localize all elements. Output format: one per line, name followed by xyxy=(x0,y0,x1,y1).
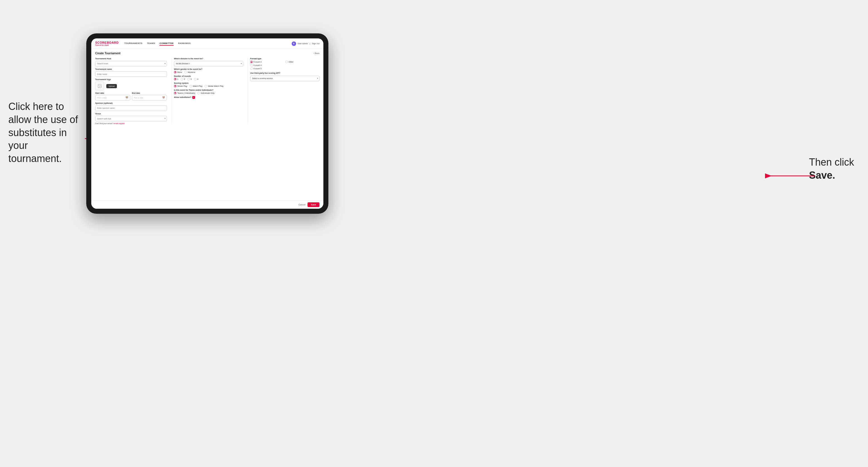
event-type-section: Is this event for Teams and/or Individua… xyxy=(174,89,243,94)
format-6count5[interactable]: 6 count 5 xyxy=(250,67,284,70)
nav-teams[interactable]: TEAMS xyxy=(147,41,155,45)
rounds-label: Number of rounds xyxy=(174,75,243,77)
round-3[interactable]: 3 xyxy=(187,78,192,81)
round-1-label: 1 xyxy=(177,78,178,80)
logo-accent: BOARD xyxy=(107,41,119,44)
end-date-input[interactable]: Pick a date 📅 xyxy=(132,95,167,100)
gender-label: Which gender is the event for? xyxy=(174,68,243,70)
start-date-section: Start date Pick a date 📅 xyxy=(95,92,130,100)
round-1-dot xyxy=(174,78,177,81)
scoring-match-label: Match Play xyxy=(193,85,203,87)
gender-womens[interactable]: Womens xyxy=(184,71,195,73)
image-icon xyxy=(97,84,102,88)
tablet-device: SCOREBOARD Powered by clippd TOURNAMENTS… xyxy=(86,33,329,214)
back-link[interactable]: Back xyxy=(314,52,319,55)
venue-help-text: Can't find your venue? xyxy=(95,122,113,124)
calendar-icon-start: 📅 xyxy=(125,97,128,99)
calendar-icon-end: 📅 xyxy=(162,97,165,99)
gender-radio-group: Mens Womens xyxy=(174,71,243,73)
venue-input[interactable] xyxy=(95,116,167,121)
cancel-button[interactable]: Cancel xyxy=(298,204,305,206)
event-individuals-label: Individuals Only xyxy=(200,92,214,94)
division-label: Which division is the event for? xyxy=(174,58,243,60)
navigation-bar: SCOREBOARD Powered by clippd TOURNAMENTS… xyxy=(91,38,323,49)
division-wrapper: NCAA Division I xyxy=(174,60,243,66)
event-teams[interactable]: Teams (+Individuals) xyxy=(174,92,195,94)
format-6count5-dot xyxy=(250,67,253,70)
gender-mens[interactable]: Mens xyxy=(174,71,182,73)
nav-tournaments[interactable]: TOURNAMENTS xyxy=(124,41,142,45)
round-2-label: 2 xyxy=(184,78,185,80)
scoring-api-select[interactable]: Select a scoring service xyxy=(250,76,319,81)
round-2[interactable]: 2 xyxy=(181,78,185,81)
round-1[interactable]: 1 xyxy=(174,78,178,81)
substitutes-label: Allow substitutes? xyxy=(174,96,191,98)
format-type-section: Format type 5 count 4 Other xyxy=(250,58,319,70)
end-date-label: End date xyxy=(132,92,167,94)
format-6count4-label: 6 count 4 xyxy=(253,64,261,66)
scoring-label: Scoring system xyxy=(174,82,243,84)
arrow-right-icon xyxy=(765,170,814,182)
round-3-label: 3 xyxy=(191,78,192,80)
page-header: Create Tournament Back xyxy=(95,52,319,55)
tournament-name-section: Tournament name xyxy=(95,68,167,77)
form-col-1: Tournament Host Tournament name Tourname… xyxy=(95,58,167,124)
format-other[interactable]: Other xyxy=(285,61,319,63)
save-button[interactable]: Save xyxy=(308,202,319,207)
page-content: Create Tournament Back Tournament Host xyxy=(91,49,323,200)
gender-womens-dot xyxy=(184,71,187,73)
sponsor-input[interactable] xyxy=(95,105,167,111)
logo-pre: SCORE xyxy=(95,41,107,44)
form-col-3: Format type 5 count 4 Other xyxy=(248,58,319,124)
annotation-left-line1: Click here to xyxy=(8,101,64,112)
nav-committee[interactable]: COMMITTEE xyxy=(159,41,174,45)
annotation-right: Then click Save. xyxy=(809,156,854,182)
division-select[interactable]: NCAA Division I xyxy=(174,61,243,66)
venue-email-link[interactable]: email support xyxy=(114,122,125,124)
tournament-host-wrapper xyxy=(95,60,167,66)
nav-rankings[interactable]: RANKINGS xyxy=(178,41,191,45)
logo-area: SCOREBOARD Powered by clippd xyxy=(95,41,119,46)
annotation-left-line4: tournament. xyxy=(8,153,62,164)
scoring-match[interactable]: Match Play xyxy=(189,85,203,87)
tournament-host-label: Tournament Host xyxy=(95,58,167,60)
venue-label: Venue xyxy=(95,113,167,115)
format-6count4[interactable]: 6 count 4 xyxy=(250,64,284,66)
round-4[interactable]: 4 xyxy=(194,78,198,81)
logo-sub-accent: clippd xyxy=(104,44,108,46)
tournament-host-input[interactable] xyxy=(95,61,167,66)
scoring-stroke[interactable]: Stroke Play xyxy=(174,85,187,87)
start-date-label: Start date xyxy=(95,92,130,94)
substitutes-checkbox[interactable]: ✓ xyxy=(192,96,195,99)
scoring-radio-group: Stroke Play Match Play Medal Match Play xyxy=(174,85,243,87)
round-3-dot xyxy=(187,78,190,81)
scoring-medal[interactable]: Medal Match Play xyxy=(205,85,223,87)
page-footer: Cancel Save xyxy=(91,200,323,209)
round-2-dot xyxy=(181,78,183,81)
logo-main: SCOREBOARD xyxy=(95,41,119,44)
sign-out-link[interactable]: Sign out xyxy=(312,42,319,45)
format-other-dot xyxy=(285,61,288,63)
start-date-input[interactable]: Pick a date 📅 xyxy=(95,95,130,100)
event-individuals[interactable]: Individuals Only xyxy=(197,92,214,94)
date-row-section: Start date Pick a date 📅 End date Pick a… xyxy=(95,92,167,100)
gender-womens-label: Womens xyxy=(188,71,195,73)
round-4-label: 4 xyxy=(197,78,198,80)
page-title: Create Tournament xyxy=(95,52,121,55)
rounds-section: Number of rounds 1 2 xyxy=(174,75,243,81)
tablet-screen: SCOREBOARD Powered by clippd TOURNAMENTS… xyxy=(91,38,323,209)
scoring-api-section: Use third-party live scoring API? Select… xyxy=(250,72,319,81)
tournament-name-label: Tournament name xyxy=(95,68,167,70)
end-date-placeholder: Pick a date xyxy=(134,97,144,99)
venue-section: Venue Can't find your venue? email suppo… xyxy=(95,113,167,125)
scoring-medal-dot xyxy=(205,85,207,87)
upload-button[interactable]: Upload xyxy=(106,84,117,88)
scoring-section: Scoring system Stroke Play Match Play xyxy=(174,82,243,87)
division-section: Which division is the event for? NCAA Di… xyxy=(174,58,243,66)
event-type-label: Is this event for Teams and/or Individua… xyxy=(174,89,243,91)
logo-upload-area: Upload xyxy=(95,82,167,90)
tournament-name-input[interactable] xyxy=(95,71,167,77)
logo-sub-pre: Powered by xyxy=(95,44,104,46)
format-5count4[interactable]: 5 count 4 xyxy=(250,61,284,63)
scoring-stroke-label: Stroke Play xyxy=(177,85,187,87)
